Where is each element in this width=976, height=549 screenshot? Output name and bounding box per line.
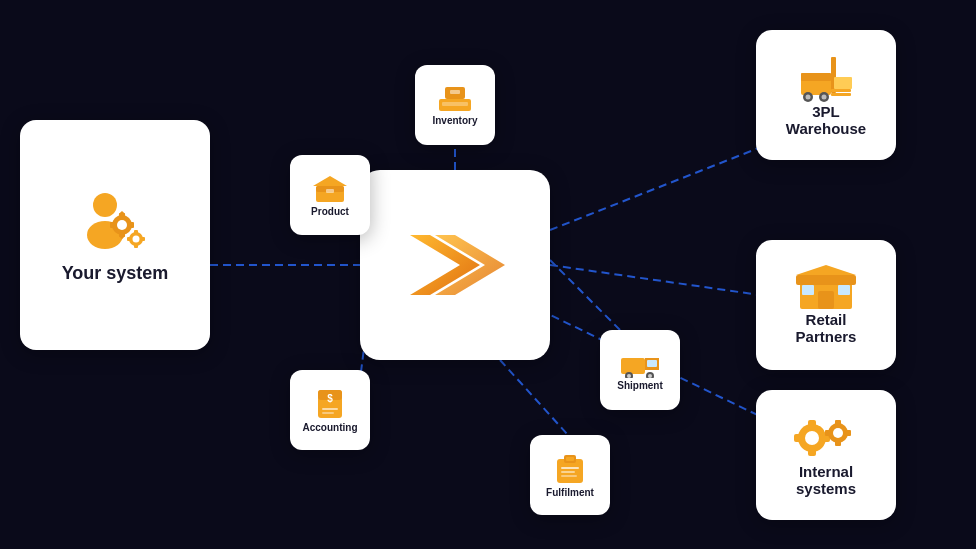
fulfilment-card: Fulfilment: [530, 435, 610, 515]
svg-rect-64: [796, 275, 856, 285]
svg-point-12: [117, 220, 127, 230]
warehouse-3pl-card: 3PL Warehouse: [756, 30, 896, 160]
svg-rect-21: [134, 230, 138, 234]
accounting-icon: $: [314, 388, 346, 420]
svg-rect-39: [322, 412, 334, 414]
svg-point-44: [627, 374, 631, 378]
internal-systems-icon: [794, 413, 858, 463]
svg-line-5: [500, 360, 568, 435]
svg-point-78: [833, 428, 843, 438]
svg-rect-42: [647, 360, 657, 367]
inventory-label: Inventory: [432, 115, 477, 126]
svg-rect-80: [835, 440, 841, 446]
svg-rect-79: [835, 420, 841, 426]
your-system-icon: [70, 187, 160, 257]
svg-rect-24: [141, 237, 145, 241]
svg-point-46: [648, 374, 652, 378]
svg-rect-56: [831, 89, 851, 92]
retail-partners-card: Retail Partners: [756, 240, 896, 370]
svg-point-9: [93, 193, 117, 217]
svg-line-4: [550, 260, 630, 340]
svg-point-61: [822, 95, 827, 100]
accounting-card: $ Accounting: [290, 370, 370, 450]
accounting-label: Accounting: [303, 422, 358, 433]
svg-point-20: [133, 235, 140, 242]
internal-systems-card: Internal systems: [756, 390, 896, 520]
warehouse-3pl-icon: [796, 53, 856, 103]
fulfilment-icon: [555, 453, 585, 485]
svg-rect-71: [808, 420, 816, 428]
product-label: Product: [311, 206, 349, 217]
svg-rect-29: [450, 90, 460, 94]
product-card: Product: [290, 155, 370, 235]
svg-rect-38: [322, 408, 338, 410]
diagram: Your system: [0, 0, 976, 549]
svg-point-59: [806, 95, 811, 100]
svg-rect-82: [845, 430, 851, 436]
svg-rect-62: [834, 77, 852, 89]
svg-rect-22: [134, 244, 138, 248]
svg-rect-23: [127, 237, 131, 241]
svg-rect-72: [808, 448, 816, 456]
svg-rect-51: [561, 471, 575, 473]
retail-partners-icon: [796, 265, 856, 311]
svg-point-70: [805, 431, 819, 445]
product-icon: [313, 174, 347, 204]
svg-rect-57: [831, 93, 851, 96]
svg-rect-40: [621, 358, 645, 374]
hub-card: [360, 170, 550, 360]
svg-rect-49: [566, 457, 574, 461]
warehouse-3pl-label: 3PL Warehouse: [786, 103, 866, 137]
svg-rect-50: [561, 467, 579, 469]
svg-text:$: $: [327, 393, 333, 404]
your-system-card: Your system: [20, 120, 210, 350]
fulfilment-label: Fulfilment: [546, 487, 594, 498]
svg-rect-16: [128, 222, 134, 228]
shipment-card: Shipment: [600, 330, 680, 410]
svg-rect-34: [326, 189, 334, 193]
retail-partners-label: Retail Partners: [796, 311, 857, 345]
svg-rect-66: [818, 291, 834, 309]
svg-rect-68: [838, 285, 850, 295]
hub-icon: [400, 220, 510, 310]
svg-rect-54: [801, 73, 831, 81]
svg-marker-65: [796, 265, 856, 275]
svg-rect-52: [561, 475, 577, 477]
inventory-icon: [437, 85, 473, 113]
shipment-label: Shipment: [617, 380, 663, 391]
svg-rect-67: [802, 285, 814, 295]
svg-rect-81: [825, 430, 831, 436]
your-system-label: Your system: [62, 263, 169, 284]
internal-systems-label: Internal systems: [796, 463, 856, 497]
inventory-card: Inventory: [415, 65, 495, 145]
svg-marker-33: [313, 176, 347, 186]
shipment-icon: [621, 350, 659, 378]
svg-rect-15: [110, 222, 116, 228]
svg-rect-73: [794, 434, 802, 442]
svg-rect-30: [442, 102, 468, 106]
